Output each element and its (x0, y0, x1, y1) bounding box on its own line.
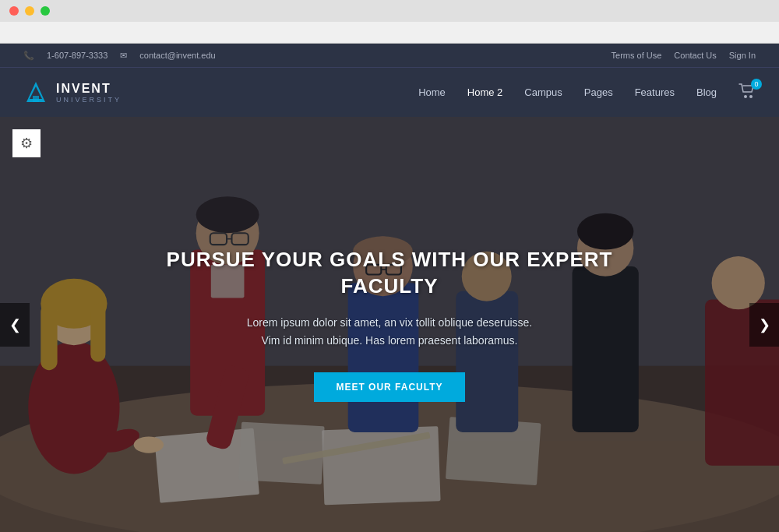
main-nav: Home Home 2 Campus Pages Features Blog 0 (418, 83, 756, 102)
chevron-left-icon: ❮ (9, 316, 21, 333)
topbar-right: Terms of Use Contact Us Sign In (612, 51, 756, 60)
slider-prev-button[interactable]: ❮ (0, 303, 30, 347)
close-button[interactable] (9, 6, 19, 16)
email-icon: ✉ (120, 51, 127, 61)
nav-campus[interactable]: Campus (524, 86, 562, 98)
chevron-right-icon: ❯ (759, 316, 770, 333)
browser-chrome (0, 22, 779, 44)
maximize-button[interactable] (41, 6, 50, 16)
logo-text: INVENT UNIVERSITY (56, 82, 122, 104)
terms-link[interactable]: Terms of Use (612, 51, 662, 60)
topbar: 📞 1-607-897-3333 ✉ contact@invent.edu Te… (0, 44, 779, 67)
settings-button[interactable]: ⚙ (12, 129, 41, 157)
hero-title: PURSUE YOUR GOALS WITH OUR EXPERT FACULT… (132, 247, 647, 300)
hero-desc-line1: Lorem ipsum dolor sit amet, an vix tolli… (247, 316, 533, 329)
email-address: contact@invent.edu (139, 51, 215, 60)
cart-button[interactable]: 0 (738, 83, 756, 102)
svg-rect-2 (33, 96, 39, 102)
gear-icon: ⚙ (20, 135, 33, 152)
signin-link[interactable]: Sign In (729, 51, 756, 60)
phone-number: 1-607-897-3333 (47, 51, 108, 60)
logo-icon (23, 80, 48, 105)
hero-cta-button[interactable]: MEET OUR FACULTY (314, 372, 464, 402)
nav-pages[interactable]: Pages (584, 86, 613, 98)
nav-home2[interactable]: Home 2 (467, 86, 503, 98)
header: INVENT UNIVERSITY Home Home 2 Campus Pag… (0, 67, 779, 117)
nav-features[interactable]: Features (635, 86, 675, 98)
minimize-button[interactable] (25, 6, 34, 16)
hero-desc-line2: Vim id minim ubique. Has lorem praesent … (262, 334, 518, 347)
nav-blog[interactable]: Blog (696, 86, 717, 98)
cart-badge: 0 (751, 79, 762, 90)
svg-point-4 (749, 95, 753, 98)
logo-sub: UNIVERSITY (56, 96, 122, 104)
logo-name: INVENT (56, 82, 122, 96)
phone-icon: 📞 (23, 51, 34, 61)
hero-slider: ⚙ ❮ PURSUE YOUR GOALS WITH OUR EXPERT FA… (0, 117, 779, 532)
hero-description: Lorem ipsum dolor sit amet, an vix tolli… (132, 314, 647, 351)
contact-link[interactable]: Contact Us (674, 51, 716, 60)
hero-content: PURSUE YOUR GOALS WITH OUR EXPERT FACULT… (117, 247, 662, 402)
logo[interactable]: INVENT UNIVERSITY (23, 80, 122, 105)
window-chrome (0, 0, 779, 22)
topbar-left: 📞 1-607-897-3333 ✉ contact@invent.edu (23, 51, 216, 61)
website: 📞 1-607-897-3333 ✉ contact@invent.edu Te… (0, 44, 779, 532)
svg-point-3 (744, 95, 747, 98)
slider-next-button[interactable]: ❯ (749, 303, 779, 347)
nav-home[interactable]: Home (418, 86, 446, 98)
